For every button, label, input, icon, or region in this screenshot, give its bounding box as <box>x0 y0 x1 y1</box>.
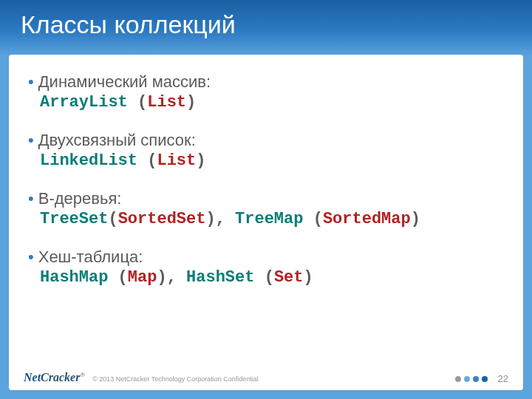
page-number: 22 <box>498 373 508 384</box>
bullet-intro: Двухсвязный список: <box>38 131 196 150</box>
slide: Классы коллекций • Динамический массив: … <box>0 0 532 399</box>
copyright: © 2013 NetCracker Technology Corporation… <box>92 375 259 383</box>
decor-dot <box>464 376 470 382</box>
interface-name: Map <box>128 268 157 287</box>
code-line: ArrayList (List) <box>40 93 504 112</box>
class-name: TreeMap <box>235 210 303 228</box>
interface-name: Set <box>274 268 304 287</box>
logo-net: Net <box>24 371 41 383</box>
class-name: ArrayList <box>40 93 128 112</box>
decor-dot <box>473 376 479 382</box>
bullet-item: • Динамический массив: ArrayList (List) <box>28 72 504 112</box>
registered-mark: ® <box>80 371 85 378</box>
code-line: LinkedList (List) <box>40 151 504 170</box>
bullet-item: • B-деревья: TreeSet(SortedSet), TreeMap… <box>28 189 504 228</box>
paren: ( <box>108 210 117 228</box>
logo: NetCracker® <box>24 371 85 384</box>
class-name: HashSet <box>186 268 254 287</box>
paren: ( <box>128 93 147 112</box>
decor-dot <box>455 376 461 382</box>
paren: ( <box>137 151 157 170</box>
logo-cracker: Cracker <box>41 371 80 383</box>
class-name: TreeSet <box>40 210 108 228</box>
brand: NetCracker® © 2013 NetCracker Technology… <box>24 371 259 384</box>
code-line: HashMap (Map), HashSet (Set) <box>40 268 504 287</box>
interface-name: SortedMap <box>323 210 411 228</box>
interface-name: List <box>157 151 196 170</box>
code-line: TreeSet(SortedSet), TreeMap (SortedMap) <box>40 210 504 228</box>
bullet-intro: B-деревья: <box>38 189 122 208</box>
paren: ( <box>108 268 127 287</box>
class-name: HashMap <box>40 268 108 287</box>
decor-dot <box>482 376 488 382</box>
interface-name: SortedSet <box>118 210 206 228</box>
bullet-marker: • <box>28 191 34 207</box>
page-title: Классы коллекций <box>0 0 532 53</box>
bullet-item: • Двухсвязный список: LinkedList (List) <box>28 131 504 170</box>
bullet-marker: • <box>28 132 34 149</box>
class-name: LinkedList <box>40 151 137 170</box>
footer: NetCracker® © 2013 NetCracker Technology… <box>9 362 523 390</box>
decor-dots <box>455 376 488 382</box>
paren: ) <box>186 93 196 112</box>
footer-right: 22 <box>455 373 508 384</box>
content-frame: • Динамический массив: ArrayList (List) … <box>9 55 523 390</box>
paren: ) <box>303 268 313 287</box>
bullet-item: • Хеш-таблица: HashMap (Map), HashSet (S… <box>28 248 504 287</box>
bullet-intro: Динамический массив: <box>38 72 211 92</box>
separator: ), <box>205 210 235 228</box>
separator: ), <box>157 268 186 287</box>
paren: ( <box>303 210 322 228</box>
paren: ) <box>411 210 420 228</box>
bullet-marker: • <box>28 74 34 90</box>
paren: ( <box>254 268 273 287</box>
paren: ) <box>196 151 205 170</box>
bullet-marker: • <box>28 249 34 265</box>
interface-name: List <box>147 93 186 112</box>
bullet-intro: Хеш-таблица: <box>38 248 143 267</box>
